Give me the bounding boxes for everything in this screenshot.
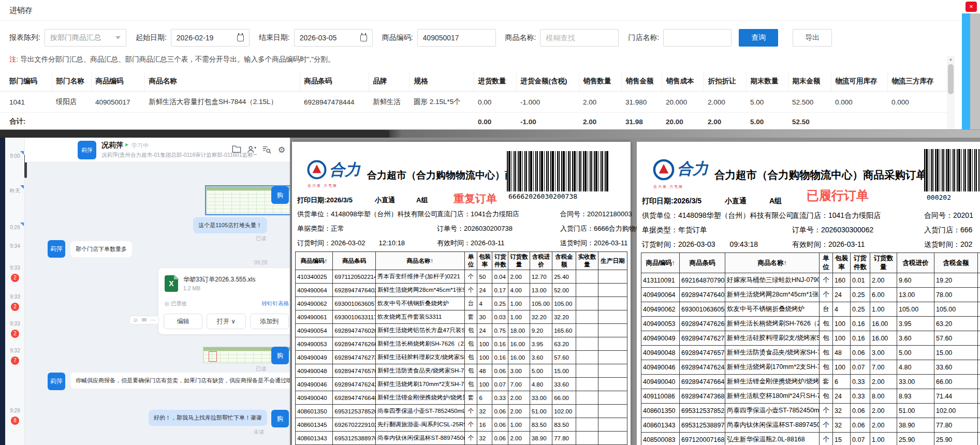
table-cell [576,270,598,284]
table-cell: 52.500 [788,92,831,113]
more-icon[interactable]: ⋯ [149,317,157,323]
search-messages-icon[interactable] [261,145,272,155]
avatar[interactable]: 购 [271,410,289,427]
edit-button[interactable]: 编辑 [164,314,202,329]
store-name-field[interactable] [663,29,732,47]
table-cell: 30 [477,310,492,324]
table-row: 4094900536928947476266新鲜生活长柄烧烤刷SH-7626（2… [641,317,980,331]
table-cell: 个 [464,432,477,445]
table-cell: 38.90 [897,418,934,433]
table-cell: 2.00 [704,113,746,131]
table-cell: 8.00 [870,389,897,404]
modal-vertical-scrollbar[interactable]: ▲ [947,56,955,129]
table-row: 4094900496928947476273新鲜生活硅胶料理刷2支/烧烤家SH-… [641,331,980,346]
store-name-input[interactable] [669,34,726,42]
folder-icon[interactable] [231,145,242,155]
conversation-item[interactable]: 9:34 [5,243,25,249]
close-icon[interactable]: × [966,2,977,12]
scrollbar-thumb[interactable] [948,64,954,94]
table-cell: 0.33 [492,391,508,405]
table-cell: 个 [464,418,477,432]
channel: 小直通 [375,196,395,204]
avatar[interactable]: 莉萍 [48,240,65,258]
avatar[interactable]: 莉萍 [78,141,96,159]
table-cell [598,270,627,284]
table-cell [576,405,598,418]
add-to-button[interactable]: 添加到 [250,314,289,329]
table-cell: 6926702229102 [333,418,376,432]
report-type-select[interactable]: 按部门商品汇总 [45,29,126,47]
product-name-field[interactable] [540,29,619,47]
conversation-item[interactable]: 0:26 [5,225,25,230]
table-cell [831,113,887,131]
scroll-up-icon[interactable]: ▲ [947,56,955,62]
gear-icon[interactable]: ⚙ [276,145,287,155]
table-cell: 408601343 [296,432,333,445]
table-cell: 8.93 [897,389,934,404]
table-row: 4085000836971200071685弘生新华保温瓶2.0L-88168个… [641,433,980,445]
product-code-field[interactable] [417,29,496,47]
product-code-input[interactable] [423,34,490,42]
in-store: 入货门店：666 [924,226,972,235]
conversation-item[interactable]: 9:332 [5,294,25,311]
table-cell: 新鲜生活硅胶料理刷2支/烧烤家SH- [725,331,820,346]
conversation-item[interactable]: 9:332 [5,265,25,282]
table-row: 4094900616930010633117炊友烧烤五件套装S3311套300.… [296,310,627,324]
table-cell [598,432,627,445]
avatar[interactable]: 购 [271,186,289,204]
table-cell: 2.00 [870,273,897,288]
end-date-input[interactable]: 2026-03-05 [294,29,373,47]
table-cell: 32 [833,404,851,418]
gray-edge-strip [970,13,980,129]
hscrollbar-thumb[interactable] [0,130,389,138]
conversation-item[interactable]: 昨天 [5,187,25,195]
conversation-time: 9:32 [5,348,25,353]
table-cell: 6.00 [870,288,897,302]
table-cell: 6921648707905 [680,273,725,288]
column-header: 含税进价 [530,252,552,270]
table-cell [978,360,980,375]
table-cell: 0.25 [492,297,508,310]
conversation-item[interactable]: 9:288 [5,408,25,425]
start-date-input[interactable]: 2026-02-19 [171,29,250,47]
conversation-item[interactable]: 9:332 [5,321,25,338]
table-cell: 20.00 [662,113,704,131]
table-cell: 77.80 [552,432,576,445]
table-cell: 0.07 [851,433,870,445]
reply-icon[interactable]: ✉ [140,317,148,323]
table-cell [598,284,627,297]
convert-to-sheet-link[interactable]: 转钉钉表格 [262,300,289,307]
table-cell [576,284,598,297]
table-row: 4091100866928947473685新鲜生活航空杯180ml*24只SH… [641,389,980,404]
message-list: 购 这个是1105店打堆头量！ 已读 莉萍 那个门店下单数量多 09:28 购 … [25,162,290,445]
open-button[interactable]: 打开 ∨ [207,314,245,329]
table-cell: 31.98 [621,113,662,131]
query-button[interactable]: 查询 [739,29,778,47]
file-attachment-card[interactable]: X 华塑33订单2026.3.555.xls 1.2 MB ◎ 已查收 转钉钉表… [158,268,290,334]
table-cell: 100 [833,360,851,375]
conversation-item[interactable]: 9:00 [5,153,25,159]
table-cell: -1.000 [516,92,579,113]
table-cell: 24 [833,288,851,302]
barcode [507,151,608,191]
column-header: 商品编码↑ [641,253,680,273]
horizontal-scrollbar-strip[interactable] [0,129,980,138]
avatar[interactable]: 莉萍 [48,373,65,390]
table-cell: 52.00 [552,284,576,297]
conversation-item[interactable]: 9:327 [5,348,25,365]
table-row: 4094900466928947476242新鲜生活烧烤刷170mm*2支SH-… [296,378,627,391]
table-cell: 409490054 [296,324,333,337]
emoji-reaction-icon[interactable]: ☺ [131,317,139,323]
product-name-input[interactable] [546,34,613,42]
table-cell: 15 [833,433,851,445]
table-cell: 0.16 [492,337,508,351]
table-cell: 409490064 [641,288,680,302]
column-header: 进货金额(含税) [516,71,579,92]
table-row: 4094900536928947476266新鲜生活长柄烧烤刷SH-7626（2… [296,337,627,351]
table-cell: 炊友中号不锈钢折叠烧烤炉 [376,297,465,310]
export-button[interactable]: 导出 [793,29,832,47]
add-member-icon[interactable] [246,145,257,155]
avatar[interactable]: 购 [271,347,289,364]
column-header: 商品条码 [300,71,369,92]
table-cell: 3.00 [508,364,530,378]
